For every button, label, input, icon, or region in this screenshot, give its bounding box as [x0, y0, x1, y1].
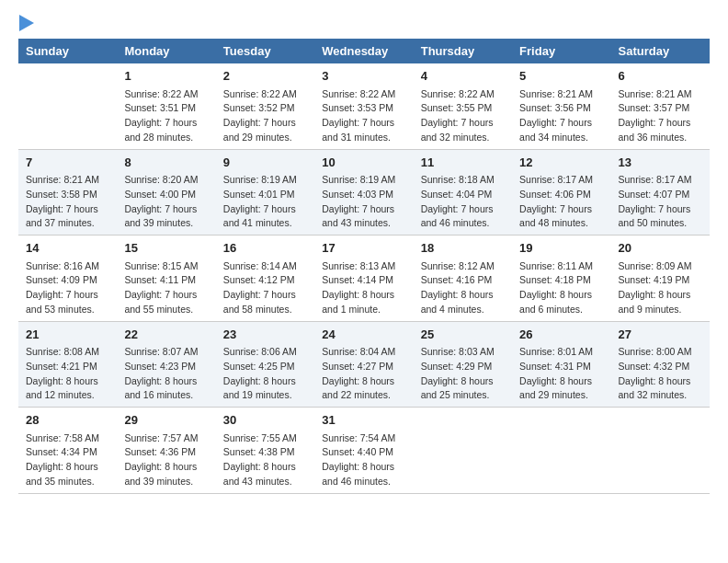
calendar-cell: 30Sunrise: 7:55 AMSunset: 4:38 PMDayligh…: [216, 408, 314, 494]
calendar-week-row: 7Sunrise: 8:21 AMSunset: 3:58 PMDaylight…: [18, 149, 710, 236]
calendar-cell: 17Sunrise: 8:13 AMSunset: 4:14 PMDayligh…: [314, 236, 413, 322]
cell-info: Sunrise: 8:01 AMSunset: 4:31 PMDaylight:…: [519, 345, 603, 403]
cell-info: Sunrise: 8:21 AMSunset: 3:57 PMDaylight:…: [619, 87, 702, 145]
logo-arrow-icon: [19, 15, 34, 31]
day-number: 24: [322, 326, 405, 344]
cell-info: Sunrise: 8:17 AMSunset: 4:07 PMDaylight:…: [619, 173, 702, 231]
day-number: 28: [26, 411, 109, 430]
calendar-cell: 12Sunrise: 8:17 AMSunset: 4:06 PMDayligh…: [512, 149, 610, 236]
calendar-cell: 9Sunrise: 8:19 AMSunset: 4:01 PMDaylight…: [216, 149, 314, 236]
cell-info: Sunrise: 8:15 AMSunset: 4:11 PMDaylight:…: [124, 259, 208, 317]
cell-info: Sunrise: 8:16 AMSunset: 4:09 PMDaylight:…: [26, 259, 109, 317]
calendar-cell: 10Sunrise: 8:19 AMSunset: 4:03 PMDayligh…: [314, 149, 413, 236]
cell-info: Sunrise: 7:58 AMSunset: 4:34 PMDaylight:…: [26, 431, 109, 489]
calendar-table: SundayMondayTuesdayWednesdayThursdayFrid…: [18, 39, 710, 494]
cell-info: Sunrise: 8:14 AMSunset: 4:12 PMDaylight:…: [223, 259, 307, 317]
day-number: 17: [322, 239, 405, 258]
calendar-cell: 27Sunrise: 8:00 AMSunset: 4:32 PMDayligh…: [611, 321, 710, 408]
cell-info: Sunrise: 8:03 AMSunset: 4:29 PMDaylight:…: [421, 345, 505, 403]
cell-info: Sunrise: 8:21 AMSunset: 3:58 PMDaylight:…: [26, 173, 109, 231]
header: [18, 15, 710, 31]
day-number: 31: [322, 411, 405, 430]
calendar-cell: 19Sunrise: 8:11 AMSunset: 4:18 PMDayligh…: [512, 236, 610, 322]
cell-info: Sunrise: 8:22 AMSunset: 3:53 PMDaylight:…: [322, 87, 405, 145]
calendar-cell: 7Sunrise: 8:21 AMSunset: 3:58 PMDaylight…: [18, 149, 117, 236]
cell-info: Sunrise: 8:00 AMSunset: 4:32 PMDaylight:…: [619, 345, 702, 403]
calendar-cell: 11Sunrise: 8:18 AMSunset: 4:04 PMDayligh…: [414, 149, 512, 236]
day-number: 29: [124, 411, 208, 430]
day-number: 2: [223, 67, 307, 86]
calendar-cell: [18, 63, 117, 149]
calendar-cell: 24Sunrise: 8:04 AMSunset: 4:27 PMDayligh…: [314, 321, 413, 408]
cell-info: Sunrise: 8:07 AMSunset: 4:23 PMDaylight:…: [124, 345, 208, 403]
day-number: 12: [519, 154, 603, 172]
calendar-week-row: 21Sunrise: 8:08 AMSunset: 4:21 PMDayligh…: [18, 321, 710, 408]
calendar-cell: 22Sunrise: 8:07 AMSunset: 4:23 PMDayligh…: [117, 321, 215, 408]
day-number: 6: [619, 67, 702, 86]
calendar-cell: 16Sunrise: 8:14 AMSunset: 4:12 PMDayligh…: [216, 236, 314, 322]
day-number: 7: [26, 154, 109, 172]
cell-info: Sunrise: 8:17 AMSunset: 4:06 PMDaylight:…: [519, 173, 603, 231]
calendar-cell: 8Sunrise: 8:20 AMSunset: 4:00 PMDaylight…: [117, 149, 215, 236]
day-number: 18: [421, 239, 505, 258]
calendar-cell: 23Sunrise: 8:06 AMSunset: 4:25 PMDayligh…: [216, 321, 314, 408]
day-number: 26: [519, 326, 603, 344]
cell-info: Sunrise: 8:06 AMSunset: 4:25 PMDaylight:…: [223, 345, 307, 403]
calendar-cell: 6Sunrise: 8:21 AMSunset: 3:57 PMDaylight…: [611, 63, 710, 149]
cell-info: Sunrise: 8:19 AMSunset: 4:01 PMDaylight:…: [223, 173, 307, 231]
calendar-cell: 5Sunrise: 8:21 AMSunset: 3:56 PMDaylight…: [512, 63, 610, 149]
day-number: 10: [322, 154, 405, 172]
day-number: 3: [322, 67, 405, 86]
calendar-cell: 18Sunrise: 8:12 AMSunset: 4:16 PMDayligh…: [414, 236, 512, 322]
cell-info: Sunrise: 8:19 AMSunset: 4:03 PMDaylight:…: [322, 173, 405, 231]
calendar-week-row: 28Sunrise: 7:58 AMSunset: 4:34 PMDayligh…: [18, 408, 710, 494]
calendar-cell: 28Sunrise: 7:58 AMSunset: 4:34 PMDayligh…: [18, 408, 117, 494]
day-number: 1: [124, 67, 208, 86]
cell-info: Sunrise: 8:11 AMSunset: 4:18 PMDaylight:…: [519, 259, 603, 317]
calendar-cell: 14Sunrise: 8:16 AMSunset: 4:09 PMDayligh…: [18, 236, 117, 322]
cell-info: Sunrise: 7:54 AMSunset: 4:40 PMDaylight:…: [322, 431, 405, 489]
cell-info: Sunrise: 8:22 AMSunset: 3:52 PMDaylight:…: [223, 87, 307, 145]
header-day-monday: Monday: [117, 39, 215, 63]
calendar-cell: 31Sunrise: 7:54 AMSunset: 4:40 PMDayligh…: [314, 408, 413, 494]
cell-info: Sunrise: 8:22 AMSunset: 3:51 PMDaylight:…: [124, 87, 208, 145]
day-number: 27: [619, 326, 702, 344]
cell-info: Sunrise: 7:57 AMSunset: 4:36 PMDaylight:…: [124, 431, 208, 489]
day-number: 23: [223, 326, 307, 344]
calendar-cell: 2Sunrise: 8:22 AMSunset: 3:52 PMDaylight…: [216, 63, 314, 149]
day-number: 13: [619, 154, 702, 172]
day-number: 15: [124, 239, 208, 258]
day-number: 30: [223, 411, 307, 430]
day-number: 4: [421, 67, 505, 86]
cell-info: Sunrise: 8:21 AMSunset: 3:56 PMDaylight:…: [519, 87, 603, 145]
header-day-wednesday: Wednesday: [314, 39, 413, 63]
day-number: 5: [519, 67, 603, 86]
cell-info: Sunrise: 8:18 AMSunset: 4:04 PMDaylight:…: [421, 173, 505, 231]
day-number: 16: [223, 239, 307, 258]
calendar-week-row: 14Sunrise: 8:16 AMSunset: 4:09 PMDayligh…: [18, 236, 710, 322]
cell-info: Sunrise: 8:22 AMSunset: 3:55 PMDaylight:…: [421, 87, 505, 145]
calendar-week-row: 1Sunrise: 8:22 AMSunset: 3:51 PMDaylight…: [18, 63, 710, 149]
cell-info: Sunrise: 8:04 AMSunset: 4:27 PMDaylight:…: [322, 345, 405, 403]
logo: [18, 15, 34, 31]
calendar-cell: 3Sunrise: 8:22 AMSunset: 3:53 PMDaylight…: [314, 63, 413, 149]
day-number: 22: [124, 326, 208, 344]
header-day-tuesday: Tuesday: [216, 39, 314, 63]
cell-info: Sunrise: 7:55 AMSunset: 4:38 PMDaylight:…: [223, 431, 307, 489]
day-number: 19: [519, 239, 603, 258]
day-number: 25: [421, 326, 505, 344]
calendar-cell: [611, 408, 710, 494]
cell-info: Sunrise: 8:13 AMSunset: 4:14 PMDaylight:…: [322, 259, 405, 317]
day-number: 9: [223, 154, 307, 172]
calendar-cell: 15Sunrise: 8:15 AMSunset: 4:11 PMDayligh…: [117, 236, 215, 322]
cell-info: Sunrise: 8:08 AMSunset: 4:21 PMDaylight:…: [26, 345, 109, 403]
header-day-sunday: Sunday: [18, 39, 117, 63]
day-number: 21: [26, 326, 109, 344]
calendar-cell: 20Sunrise: 8:09 AMSunset: 4:19 PMDayligh…: [611, 236, 710, 322]
calendar-cell: [512, 408, 610, 494]
day-number: 14: [26, 239, 109, 258]
header-day-friday: Friday: [512, 39, 610, 63]
calendar-cell: 26Sunrise: 8:01 AMSunset: 4:31 PMDayligh…: [512, 321, 610, 408]
calendar-cell: 29Sunrise: 7:57 AMSunset: 4:36 PMDayligh…: [117, 408, 215, 494]
calendar-cell: [414, 408, 512, 494]
